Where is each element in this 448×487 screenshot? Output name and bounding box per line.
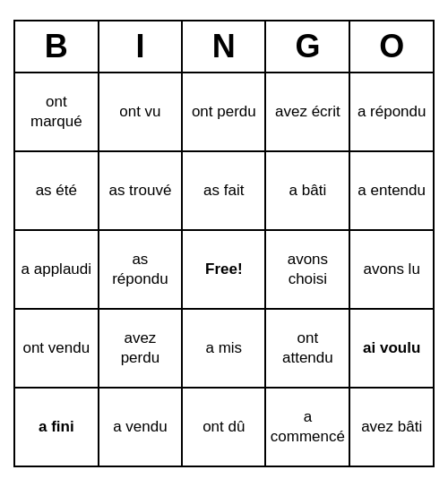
bingo-cell-r0-c1: ont vu: [99, 73, 183, 151]
bingo-row-0: ont marquéont vuont perduavez écrita rép…: [14, 73, 434, 151]
bingo-cell-r2-c0: a applaudi: [14, 230, 99, 309]
bingo-card: BINGO ont marquéont vuont perduavez écri…: [13, 20, 435, 467]
header-col-g: G: [265, 21, 349, 73]
bingo-row-2: a applaudias réponduFree!avons choisiavo…: [14, 230, 434, 309]
bingo-cell-r2-c2: Free!: [182, 230, 265, 309]
bingo-cell-r3-c0: ont vendu: [14, 309, 99, 388]
bingo-row-4: a finia venduont dûa commencéavez bâti: [14, 388, 434, 466]
bingo-header-row: BINGO: [14, 21, 434, 73]
bingo-cell-r1-c4: a entendu: [349, 151, 434, 230]
header-col-o: O: [349, 21, 434, 73]
bingo-cell-r2-c1: as répondu: [99, 230, 183, 309]
bingo-cell-r1-c3: a bâti: [265, 151, 349, 230]
header-col-i: I: [99, 21, 183, 73]
bingo-cell-r3-c3: ont attendu: [265, 309, 349, 388]
bingo-cell-r3-c2: a mis: [182, 309, 265, 388]
header-col-n: N: [182, 21, 265, 73]
bingo-cell-r3-c1: avez perdu: [99, 309, 183, 388]
bingo-cell-r2-c4: avons lu: [349, 230, 434, 309]
bingo-cell-r0-c3: avez écrit: [265, 73, 349, 151]
bingo-cell-r3-c4: ai voulu: [349, 309, 434, 388]
bingo-cell-r1-c2: as fait: [182, 151, 265, 230]
bingo-cell-r0-c0: ont marqué: [14, 73, 99, 151]
bingo-cell-r0-c2: ont perdu: [182, 73, 265, 151]
bingo-cell-r4-c4: avez bâti: [349, 388, 434, 466]
bingo-row-1: as étéas trouvéas faita bâtia entendu: [14, 151, 434, 230]
bingo-cell-r4-c3: a commencé: [265, 388, 349, 466]
bingo-cell-r4-c1: a vendu: [99, 388, 183, 466]
header-col-b: B: [14, 21, 99, 73]
bingo-cell-r1-c1: as trouvé: [99, 151, 183, 230]
bingo-cell-r1-c0: as été: [14, 151, 99, 230]
bingo-cell-r4-c0: a fini: [14, 388, 99, 466]
bingo-cell-r4-c2: ont dû: [182, 388, 265, 466]
bingo-cell-r2-c3: avons choisi: [265, 230, 349, 309]
bingo-row-3: ont venduavez perdua misont attenduai vo…: [14, 309, 434, 388]
bingo-cell-r0-c4: a répondu: [349, 73, 434, 151]
